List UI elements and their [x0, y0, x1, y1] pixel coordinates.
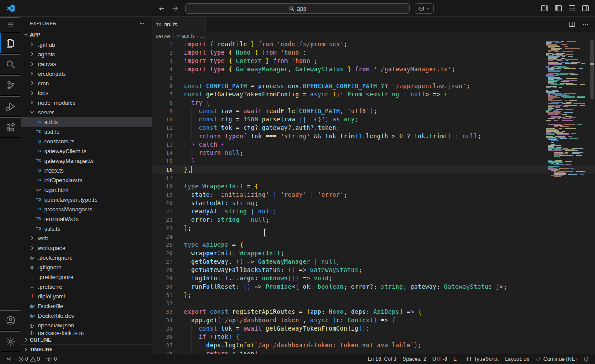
copilot-button[interactable] [415, 3, 434, 14]
status-indentation[interactable]: Spaces: 2 [400, 354, 429, 364]
tree-item-logs[interactable]: logs [21, 88, 152, 98]
status-remote-indicator[interactable] [3, 354, 15, 364]
code-line-32[interactable]: 32 [152, 299, 595, 308]
outline-section-header[interactable]: OUTLINE [21, 335, 152, 344]
code-line-1[interactable]: 1import { readFile } from 'node:fs/promi… [152, 40, 595, 48]
code-line-36[interactable]: 36if (!tok) { [152, 333, 595, 341]
tree-item-workspace[interactable]: workspace [21, 243, 152, 253]
breadcrumb-folder[interactable]: server [156, 33, 171, 39]
code-line-2[interactable]: 2import type { Hono } from 'hono'; [152, 48, 595, 57]
tree-item-credentials[interactable]: credentials [21, 69, 152, 78]
scrollbar-thumb[interactable] [590, 40, 594, 99]
tree-item-processManager.ts[interactable]: TSprocessManager.ts [21, 204, 152, 214]
tree-item-constants.ts[interactable]: TSconstants.ts [21, 136, 152, 146]
status-keyboard-layout[interactable]: Layout: us [502, 354, 532, 364]
nav-back-button[interactable] [157, 4, 167, 13]
status-ports[interactable]: 0 [43, 354, 60, 364]
tree-item-gatewayClient.ts[interactable]: TSgatewayClient.ts [21, 146, 152, 156]
code-line-35[interactable]: 35const tok = await getGatewayTokenFromC… [152, 324, 595, 333]
tree-item-web[interactable]: web [21, 233, 152, 243]
tree-item-cron[interactable]: cron [21, 78, 152, 88]
activity-bar-accounts-account-icon[interactable] [0, 310, 21, 331]
activity-bar-settings-gear-icon[interactable] [0, 331, 21, 352]
editor-scrollbar[interactable] [589, 40, 595, 354]
code-line-11[interactable]: 11const tok = cfg?.gateway?.auth?.token; [152, 124, 595, 132]
code-line-15[interactable]: 15} [152, 157, 595, 165]
code-line-6[interactable]: 6const CONFIG_PATH = process.env.OPENCLA… [152, 82, 595, 90]
editor-more-actions-button[interactable] [580, 19, 591, 29]
code-line-19[interactable]: 19state: 'initializing' | 'ready' | 'err… [152, 191, 595, 199]
code-line-14[interactable]: 14return null; [152, 149, 595, 157]
code-line-31[interactable]: 31}; [152, 291, 595, 299]
status-notifications[interactable] [580, 354, 592, 364]
code-line-22[interactable]: 22error: string | null; [152, 216, 595, 224]
toggle-secondary-sidebar-button-layout-sidebar-right-icon[interactable] [580, 3, 591, 14]
tree-item-diploi.yaml[interactable]: !diploi.yaml [21, 291, 152, 301]
code-line-18[interactable]: 18type WrapperInit = { [152, 182, 595, 191]
status-errors-warnings[interactable]: 00 [15, 354, 43, 364]
customize-layout-button-layout-grid-icon[interactable] [539, 3, 550, 14]
code-line-9[interactable]: 9const raw = await readFile(CONFIG_PATH,… [152, 107, 595, 115]
code-line-33[interactable]: 33export const registerApiRoutes = (app:… [152, 308, 595, 316]
code-line-21[interactable]: 21readyAt: string | null; [152, 207, 595, 216]
explorer-more-actions-button[interactable] [138, 19, 146, 28]
tree-root-app[interactable]: APP [21, 30, 152, 40]
tree-item-index.ts[interactable]: TSindex.ts [21, 165, 152, 175]
tree-item-initOpenclaw.ts[interactable]: TSinitOpenclaw.ts [21, 175, 152, 185]
tab-close-button[interactable] [194, 21, 202, 29]
code-line-38[interactable]: 38return c.json( [152, 349, 595, 354]
code-line-29[interactable]: 29logInfo: (...args: unknown[]) => void; [152, 274, 595, 283]
code-line-20[interactable]: 20startedAt: string; [152, 199, 595, 207]
activity-bar-run-and-debug-debug-icon[interactable] [0, 96, 21, 117]
tree-item-api.ts[interactable]: TSapi.ts [21, 117, 152, 127]
code-line-28[interactable]: 28getGatewayFallbackStatus: () => Gatewa… [152, 266, 595, 274]
code-line-3[interactable]: 3import type { Context } from 'hono'; [152, 57, 595, 65]
status-language-mode[interactable]: TypeScript [463, 354, 502, 364]
tree-item-server[interactable]: server [21, 107, 152, 117]
code-line-24[interactable]: 24 [152, 232, 595, 241]
code-line-7[interactable]: 7const getGatewayTokenFromConfig = async… [152, 90, 595, 99]
tree-item-Dockerfile[interactable]: Dockerfile [21, 301, 152, 311]
status-cursor-position[interactable]: Ln 16, Col 3 [365, 354, 400, 364]
tree-item-.prettierrc[interactable]: ≡.prettierrc [21, 282, 152, 291]
tree-item-login.html[interactable]: <>login.html [21, 185, 152, 195]
tree-item-asd.ts[interactable]: TSasd.ts [21, 127, 152, 136]
breadcrumb-symbol[interactable]: ... [200, 33, 205, 39]
status-encoding[interactable]: UTF-8 [429, 354, 450, 364]
activity-bar-extensions-ext-icon[interactable] [0, 117, 21, 138]
minimap[interactable] [545, 40, 589, 354]
code-line-30[interactable]: 30runFullReset: () => Promise<{ ok: bool… [152, 283, 595, 291]
status-eol[interactable]: LF [450, 354, 463, 364]
tree-item-terminalWs.ts[interactable]: TSterminalWs.ts [21, 214, 152, 224]
code-line-34[interactable]: 34app.get('/api/dashboard-token', async … [152, 316, 595, 324]
code-line-4[interactable]: 4import type { GatewayManager, GatewaySt… [152, 65, 595, 74]
tree-item-Dockerfile.dev[interactable]: Dockerfile.dev [21, 311, 152, 320]
code-line-5[interactable]: 5 [152, 74, 595, 82]
status-continue-extension[interactable]: Continue (NE) [532, 354, 580, 364]
split-editor-button[interactable] [567, 19, 577, 29]
tree-item-.gitignore[interactable]: ◈.gitignore [21, 262, 152, 272]
tree-item-node_modules[interactable]: node_modules [21, 98, 152, 107]
tree-item-utils.ts[interactable]: TSutils.ts [21, 224, 152, 233]
tree-item-agents[interactable]: agents [21, 49, 152, 59]
tree-item-openclawjson.type.ts[interactable]: TSopenclawjson.type.ts [21, 195, 152, 204]
code-line-12[interactable]: 12return typeof tok === 'string' && tok.… [152, 132, 595, 140]
code-line-26[interactable]: 26wrapperInit: WrapperInit; [152, 249, 595, 257]
tree-item-.prettierignore[interactable]: ≡.prettierignore [21, 272, 152, 282]
toggle-panel-button-layout-panel-icon[interactable] [566, 3, 577, 14]
code-line-23[interactable]: 23}; [152, 224, 595, 232]
tree-item-canvas[interactable]: canvas [21, 59, 152, 69]
toggle-primary-sidebar-button-layout-sidebar-left-icon[interactable] [553, 3, 563, 14]
code-line-17[interactable]: 17 [152, 174, 595, 182]
activity-bar-menu-button-menu-icon[interactable] [0, 17, 21, 33]
activity-bar-source-control-scm-icon[interactable] [0, 75, 21, 96]
tree-item-gatewayManager.ts[interactable]: TSgatewayManager.ts [21, 156, 152, 165]
activity-bar-explorer-files-icon[interactable] [0, 33, 21, 54]
timeline-section-header[interactable]: TIMELINE [21, 344, 152, 354]
nav-forward-button[interactable] [170, 4, 180, 13]
code-line-27[interactable]: 27getGateway: () => GatewayManager | nul… [152, 257, 595, 266]
code-line-10[interactable]: 10const cfg = JSON.parse(raw || '{}') as… [152, 115, 595, 124]
code-line-13[interactable]: 13} catch { [152, 140, 595, 149]
tree-item-.github[interactable]: .github [21, 40, 152, 49]
tree-item-openclaw.json[interactable]: {}openclaw.json [21, 320, 152, 330]
